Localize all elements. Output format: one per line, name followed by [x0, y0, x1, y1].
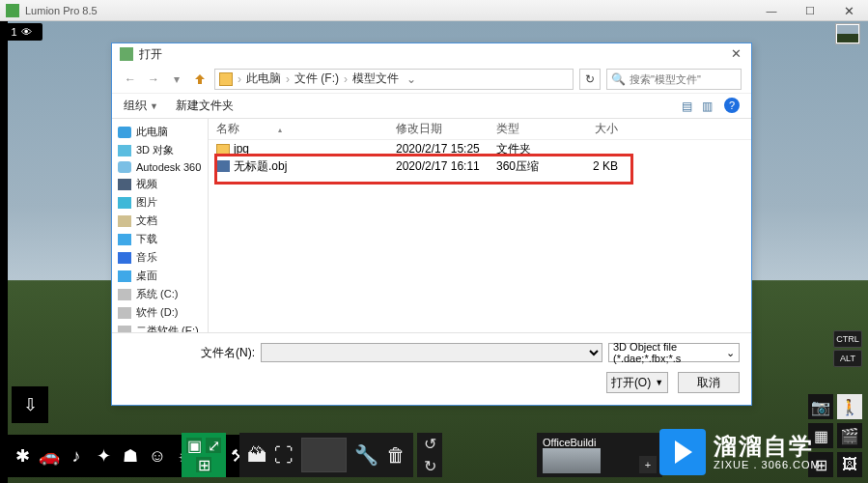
drv-icon [118, 326, 131, 333]
view-mode-button[interactable]: ▤ [682, 99, 692, 113]
search-input[interactable] [630, 73, 736, 85]
dialog-footer: 文件名(N): 3D Object file (*.dae;*.fbx;*.s … [112, 332, 751, 405]
tree-item-label: 此电脑 [136, 125, 168, 139]
obj-icon [216, 160, 230, 172]
file-list[interactable]: 名称▴ 修改日期 类型 大小 jpg2020/2/17 15:25文件夹无标题.… [209, 119, 751, 332]
address-caret-icon[interactable]: ⌄ [401, 72, 416, 86]
tree-item[interactable]: 视频 [112, 175, 208, 193]
asset-thumb [543, 448, 601, 473]
crumb-sep-icon: › [283, 72, 293, 86]
selected-model-thumb[interactable] [301, 438, 347, 472]
filetype-select[interactable]: 3D Object file (*.dae;*.fbx;*.s ⌄ [608, 343, 740, 362]
col-size[interactable]: 大小 [568, 121, 626, 137]
table-row[interactable]: 无标题.obj2020/2/17 16:11360压缩2 KB [209, 157, 751, 175]
nav-forward-button[interactable]: → [145, 71, 162, 88]
nav-recent-caret[interactable]: ▾ [168, 71, 185, 88]
weather-mode-button[interactable]: ▦ [808, 423, 833, 448]
search-icon: 🔍 [611, 72, 626, 86]
file-type: 文件夹 [489, 141, 568, 157]
tree-item[interactable]: 音乐 [112, 248, 208, 267]
crumb-0[interactable]: 此电脑 [246, 71, 281, 87]
tree-item[interactable]: 软件 (D:) [112, 303, 208, 322]
place-grid-button[interactable]: ⊞ [196, 457, 211, 472]
tree-item[interactable]: 3D 对象 [112, 141, 208, 159]
drv-icon [118, 289, 131, 300]
tree-item-label: 系统 (C:) [136, 287, 178, 301]
col-date[interactable]: 修改日期 [388, 121, 489, 137]
crumb-sep-icon: › [341, 72, 350, 86]
search-box[interactable]: 🔍 [606, 69, 742, 90]
tree-item[interactable]: 二类软件 (E:) [112, 322, 208, 332]
address-bar[interactable]: › 此电脑 › 文件 (F:) › 模型文件 ⌄ [214, 69, 574, 90]
col-name[interactable]: 名称▴ [209, 121, 388, 137]
tree-item-label: Autodesk 360 [136, 161, 201, 173]
asset-title: OfficeBuildi [543, 437, 657, 448]
transport-tool[interactable]: 🚗 [37, 443, 62, 469]
movie-mode-button[interactable]: 🎬 [837, 423, 862, 448]
crumb-2[interactable]: 模型文件 [352, 71, 399, 87]
nav-tree[interactable]: 此电脑3D 对象Autodesk 360视频图片文档下载音乐桌面系统 (C:)软… [112, 119, 209, 332]
new-folder-button[interactable]: 新建文件夹 [176, 98, 234, 114]
mini-preview[interactable] [835, 23, 860, 44]
tree-item-label: 文档 [136, 213, 157, 228]
col-type[interactable]: 类型 [489, 121, 568, 137]
layer-badge[interactable]: 1 👁 [0, 23, 42, 41]
drv-icon [118, 307, 131, 319]
nav-up-button[interactable] [191, 71, 209, 88]
table-row[interactable]: jpg2020/2/17 15:25文件夹 [209, 140, 751, 157]
photo-mode-button[interactable]: 🖼 [837, 452, 862, 477]
build-mode-button[interactable]: 🚶 [837, 394, 862, 419]
fullscreen-icon[interactable]: ⛶ [274, 444, 294, 467]
app-titlebar: Lumion Pro 8.5 — ☐ ✕ [0, 0, 868, 21]
pc-icon [118, 127, 131, 138]
tree-item[interactable]: 图片 [112, 193, 208, 212]
close-button[interactable]: ✕ [829, 0, 868, 21]
settings-icon[interactable]: 🔧 [354, 443, 378, 467]
gallery-mode-button[interactable]: ⊞ [808, 452, 833, 477]
tree-item[interactable]: 下载 [112, 230, 208, 248]
dialog-close-button[interactable]: ✕ [731, 46, 742, 61]
file-name: 无标题.obj [234, 159, 287, 173]
tree-item-label: 二类软件 (E:) [136, 324, 199, 332]
file-date: 2020/2/17 15:25 [388, 142, 489, 156]
filename-input[interactable] [261, 343, 602, 362]
open-button[interactable]: 打开(O)▼ [606, 372, 668, 393]
nature-tool[interactable]: ✱ [10, 443, 35, 469]
preview-pane-button[interactable]: ▥ [702, 99, 713, 113]
redo-button[interactable]: ↻ [424, 457, 436, 475]
indoor-tool[interactable]: ☗ [118, 443, 143, 469]
filename-label: 文件名(N): [201, 345, 255, 361]
cancel-button[interactable]: 取消 [678, 372, 740, 393]
tree-item[interactable]: 文档 [112, 212, 208, 230]
tree-item[interactable]: 桌面 [112, 267, 208, 285]
undo-button[interactable]: ↺ [424, 435, 436, 453]
minimize-button[interactable]: — [752, 0, 791, 21]
place-single-button[interactable]: ▣ [186, 438, 202, 453]
import-download-button[interactable]: ⇩ [12, 386, 48, 423]
dialog-titlebar[interactable]: 打开 ✕ [112, 43, 751, 65]
sound-tool[interactable]: ♪ [64, 443, 89, 469]
edit-tools: 🏔 ⛶ 🔧 🗑 [239, 433, 413, 477]
place-expand-button[interactable]: ⤢ [206, 438, 221, 453]
refresh-button[interactable]: ↻ [579, 69, 601, 90]
crumb-sep-icon: › [235, 72, 244, 86]
file-list-header[interactable]: 名称▴ 修改日期 类型 大小 [209, 119, 751, 140]
nav-back-button[interactable]: ← [122, 71, 139, 88]
trash-icon[interactable]: 🗑 [386, 444, 406, 467]
tree-item[interactable]: Autodesk 360 [112, 159, 208, 175]
tree-item[interactable]: 此电脑 [112, 123, 208, 141]
crumb-1[interactable]: 文件 (F:) [294, 71, 339, 87]
maximize-button[interactable]: ☐ [791, 0, 829, 21]
organize-button[interactable]: 组织▼ [124, 98, 158, 114]
folder-icon [219, 72, 233, 86]
add-asset-button[interactable]: + [639, 456, 657, 473]
tree-item[interactable]: 系统 (C:) [112, 285, 208, 303]
tree-item-label: 音乐 [136, 250, 157, 265]
asset-card[interactable]: OfficeBuildi + [537, 433, 662, 477]
left-edge-bar [0, 21, 8, 483]
camera-mode-button[interactable]: 📷 [808, 394, 833, 419]
mountain-icon[interactable]: 🏔 [247, 444, 266, 467]
effect-tool[interactable]: ✦ [91, 443, 116, 469]
people-tool[interactable]: ☺ [145, 443, 170, 469]
help-button[interactable]: ? [724, 98, 740, 113]
